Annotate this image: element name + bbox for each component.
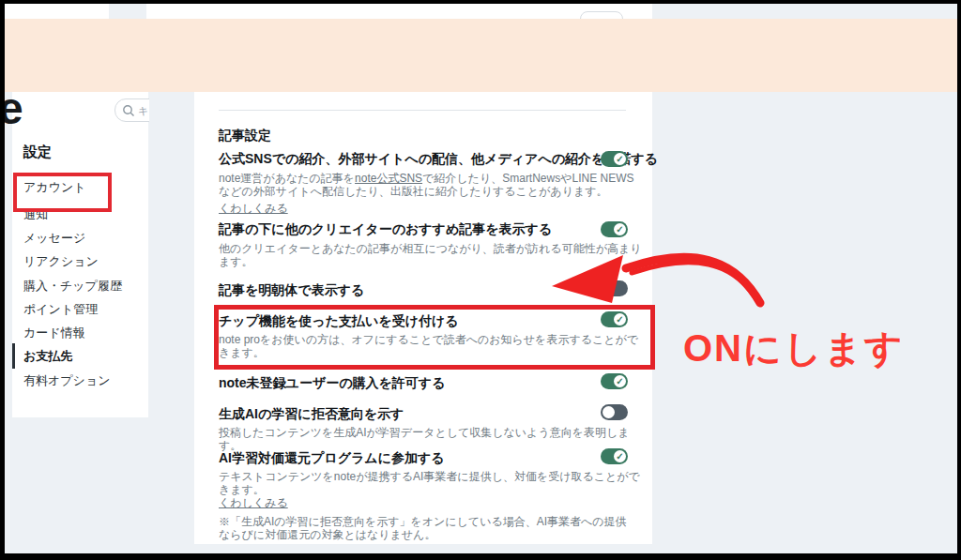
search-placeholder: キ bbox=[138, 104, 148, 118]
toggle-knob: ✓ bbox=[614, 153, 626, 165]
sidebar-item-reactions[interactable]: リアクション bbox=[23, 253, 99, 270]
note-official-sns-link[interactable]: note公式SNS bbox=[355, 172, 422, 185]
setting-desc-ai-reward-program: テキストコンテンツをnoteが提携するAI事業者に提供し、対価を受け取ることがで… bbox=[219, 470, 643, 496]
setting-desc-recommend-articles: 他のクリエイターとあなたの記事が相互につながり、読者が訪れる可能性が高まります。 bbox=[219, 242, 643, 268]
setting-title-recommend-articles: 記事の下に他のクリエイターのおすすめ記事を表示する bbox=[219, 221, 552, 238]
sidebar-item-points[interactable]: ポイント管理 bbox=[23, 301, 98, 318]
check-icon: ✓ bbox=[614, 153, 626, 165]
setting-title-ai-reward-program: AI学習対価還元プログラムに参加する bbox=[219, 450, 445, 467]
search-icon bbox=[122, 104, 135, 117]
setting-desc-ai-optout: 投稿したコンテンツを生成AIが学習データとして収集しないよう意向を表明します。 bbox=[219, 426, 643, 452]
screenshot-frame: e キ 設定 アカウント 通知 メッセージ リアクション 購入・チップ履歴 ポイ… bbox=[0, 0, 961, 560]
check-icon: ✓ bbox=[614, 223, 626, 235]
setting-title-guest-purchase: note未登録ユーザーの購入を許可する bbox=[219, 375, 446, 392]
top-bar-notch bbox=[109, 4, 146, 19]
toggle-knob: ✓ bbox=[603, 282, 615, 295]
annotation-box-account bbox=[13, 173, 112, 212]
toggle-recommend-articles[interactable]: ✓ bbox=[601, 221, 628, 237]
setting-title-sns-share: 公式SNSでの紹介、外部サイトへの配信、他メディアへの紹介を許諾する bbox=[219, 151, 658, 168]
toggle-mincho-font[interactable]: ✓ bbox=[601, 280, 628, 296]
setting-title-ai-optout: 生成AIの学習に拒否意向を示す bbox=[219, 406, 404, 423]
toggle-sns-share[interactable]: ✓ bbox=[601, 151, 628, 167]
settings-panel: 記事設定 公式SNSでの紹介、外部サイトへの配信、他メディアへの紹介を許諾する … bbox=[194, 92, 652, 544]
section-divider bbox=[219, 110, 626, 111]
highlight-band bbox=[5, 19, 957, 92]
setting-desc-sns-share: note運営があなたの記事をnote公式SNSで紹介したり、SmartNewsや… bbox=[219, 172, 643, 198]
active-item-indicator bbox=[12, 343, 15, 369]
setting-title-mincho-font: 記事を明朝体で表示する bbox=[219, 282, 364, 299]
sidebar-item-card-info[interactable]: カード情報 bbox=[23, 325, 85, 341]
page: e キ 設定 アカウント 通知 メッセージ リアクション 購入・チップ履歴 ポイ… bbox=[5, 4, 957, 553]
sidebar-item-paid-options[interactable]: 有料オプション bbox=[23, 372, 111, 389]
search-input[interactable]: キ bbox=[114, 98, 151, 122]
toggle-knob: ✓ bbox=[614, 223, 626, 235]
settings-heading: 設定 bbox=[23, 144, 52, 161]
toggle-ai-reward-program[interactable]: ✓ bbox=[601, 448, 628, 464]
toggle-guest-purchase[interactable]: ✓ bbox=[601, 373, 628, 389]
note-logo[interactable]: e bbox=[5, 86, 23, 131]
toggle-knob: ✓ bbox=[603, 406, 615, 418]
toggle-knob: ✓ bbox=[614, 375, 626, 387]
on-instruction-text: ONにします bbox=[683, 323, 905, 374]
section-title: 記事設定 bbox=[219, 128, 271, 144]
top-bar bbox=[5, 4, 652, 19]
sidebar-item-payment-destination[interactable]: お支払先 bbox=[23, 348, 72, 365]
setting-note-ai-reward: ※「生成AIの学習に拒否意向を示す」をオンにしている場合、AI事業者への提供なら… bbox=[219, 515, 637, 541]
learn-more-link-2[interactable]: くわしくみる bbox=[219, 495, 288, 511]
sidebar-item-messages[interactable]: メッセージ bbox=[23, 230, 85, 247]
annotation-box-tip-setting bbox=[214, 305, 655, 370]
background-gap bbox=[149, 92, 194, 544]
toggle-knob: ✓ bbox=[614, 450, 626, 462]
desc-text: note運営があなたの記事を bbox=[219, 172, 355, 185]
learn-more-link[interactable]: くわしくみる bbox=[219, 201, 288, 217]
sidebar-item-purchase-history[interactable]: 購入・チップ履歴 bbox=[23, 278, 122, 295]
check-icon: ✓ bbox=[614, 375, 626, 387]
toggle-ai-optout[interactable]: ✓ bbox=[601, 404, 628, 420]
check-icon: ✓ bbox=[614, 450, 626, 462]
